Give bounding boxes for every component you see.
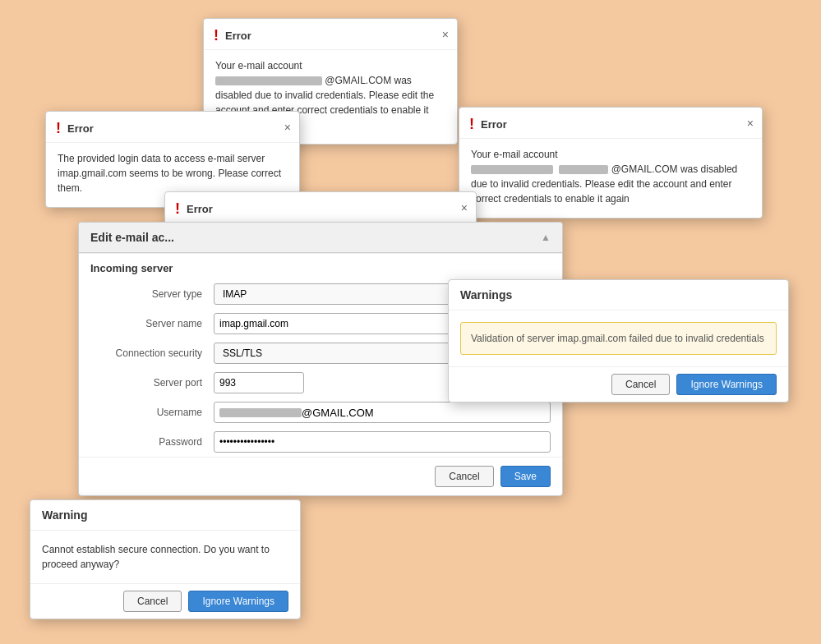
warning-bottom-dialog-header: Warning xyxy=(30,500,300,531)
error-dialog-3-body: Your e-mail account @GMAIL.COM was disab… xyxy=(459,139,762,218)
error-dialog-1-msg-line1: Your e-mail account xyxy=(215,60,302,71)
error-dialog-2-close[interactable]: × xyxy=(284,122,291,133)
warnings-dialog-header: Warnings xyxy=(449,280,788,310)
warning-text-box: Validation of server imap.gmail.com fail… xyxy=(460,322,777,355)
error-dialog-3-header: ! Error × xyxy=(459,108,762,139)
error-dialog-3-msg-line1: Your e-mail account xyxy=(471,149,558,160)
error-icon-1: ! xyxy=(214,27,219,44)
error-icon-3: ! xyxy=(469,116,474,133)
warning-bottom-cancel-button[interactable]: Cancel xyxy=(123,591,182,612)
server-port-label: Server port xyxy=(90,377,214,389)
scroll-up-icon[interactable]: ▲ xyxy=(541,232,551,243)
error-dialog-3-title: Error xyxy=(481,118,507,131)
redacted-email-1 xyxy=(215,76,322,85)
edit-email-dialog-title: Edit e-mail ac... xyxy=(90,231,174,244)
error-dialog-1-title: Error xyxy=(225,30,251,42)
error-dialog-2-title: Error xyxy=(67,122,94,135)
edit-cancel-button[interactable]: Cancel xyxy=(435,466,493,487)
error-dialog-3-close[interactable]: × xyxy=(747,117,754,129)
password-label: Password xyxy=(90,436,214,448)
warning-bottom-dialog: Warning Cannot establish secure connecti… xyxy=(30,499,301,619)
warnings-dialog: Warnings Validation of server imap.gmail… xyxy=(448,279,789,402)
incoming-server-section: Incoming server xyxy=(79,253,562,279)
warnings-dialog-body: Validation of server imap.gmail.com fail… xyxy=(449,310,788,366)
error-dialog-2-header: ! Error × xyxy=(46,112,299,143)
redacted-email-3b xyxy=(559,165,608,174)
edit-email-dialog-header: Edit e-mail ac... ▲ xyxy=(79,223,562,253)
username-redacted xyxy=(219,408,302,417)
error-dialog-3: ! Error × Your e-mail account @GMAIL.COM… xyxy=(459,107,763,218)
error-dialog-1-close[interactable]: × xyxy=(442,29,449,40)
warnings-cancel-button[interactable]: Cancel xyxy=(611,374,670,395)
password-input[interactable] xyxy=(214,431,551,453)
error-dialog-2-msg: The provided login data to access e-mail… xyxy=(58,153,281,194)
password-row: Password xyxy=(79,427,562,457)
server-port-input[interactable] xyxy=(214,372,304,393)
error-dialog-4-header: ! Error × xyxy=(165,192,476,223)
error-dialog-4-close[interactable]: × xyxy=(461,202,468,214)
warnings-ignore-button[interactable]: Ignore Warnings xyxy=(676,374,777,395)
warnings-dialog-footer: Cancel Ignore Warnings xyxy=(449,366,788,402)
server-name-label: Server name xyxy=(90,318,214,329)
redacted-email-3 xyxy=(471,165,553,174)
error-icon-2: ! xyxy=(56,120,61,137)
edit-dialog-footer: Cancel Save xyxy=(79,457,562,495)
username-label: Username xyxy=(90,407,214,418)
warning-bottom-dialog-body: Cannot establish secure connection. Do y… xyxy=(30,531,300,583)
warning-bottom-dialog-footer: Cancel Ignore Warnings xyxy=(30,583,300,619)
connection-security-label: Connection security xyxy=(90,347,214,359)
error-icon-4: ! xyxy=(175,200,180,218)
server-type-label: Server type xyxy=(90,288,214,300)
username-suffix: @GMAIL.COM xyxy=(302,407,374,419)
edit-save-button[interactable]: Save xyxy=(500,466,551,487)
error-dialog-1-header: ! Error × xyxy=(204,19,457,50)
error-dialog-4-title: Error xyxy=(187,203,213,215)
warning-bottom-ignore-button[interactable]: Ignore Warnings xyxy=(188,591,288,612)
